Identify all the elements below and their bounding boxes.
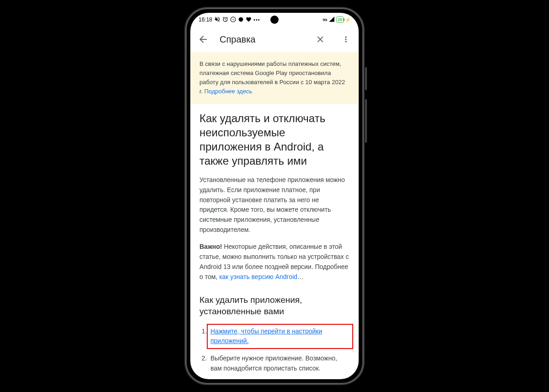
phone-side-button-1 [365,67,367,90]
alarm-icon [222,16,228,23]
svg-point-0 [231,17,236,22]
heart-icon [246,16,252,23]
para2-text-b: … [297,273,304,280]
battery-indicator: 29 [336,16,344,23]
notice-link[interactable]: Подробнее здесь [204,88,252,95]
battery-percent: 29 [338,17,342,22]
step-1: Нажмите, чтобы перейти в настройки прило… [209,324,350,349]
important-label: Важно! [199,243,222,250]
shazam-icon [238,16,244,23]
back-button[interactable] [194,30,212,48]
article-content[interactable]: Как удалять и отключать неиспользуемые п… [190,104,359,379]
section-title-1: Как удалить приложения, установленные ва… [199,295,350,317]
overflow-menu-button[interactable] [337,30,355,48]
article-paragraph-1: Установленные на телефоне приложения мож… [199,175,350,235]
camera-notch [270,16,279,24]
charging-icon: ⚡ [345,17,350,22]
android-version-link[interactable]: как узнать версию Android [219,273,297,280]
status-left: 16:18 ••• [199,16,260,23]
screen: 16:18 ••• [190,13,359,379]
close-button[interactable] [311,30,329,48]
status-time: 16:18 [199,16,212,23]
app-bar-title: Справка [220,34,304,45]
notice-banner: В связи с нарушениями работы платежных с… [190,52,359,104]
phone-side-button-2 [365,99,367,143]
step-2: Выберите нужное приложение. Возможно, ва… [209,354,350,373]
svg-point-1 [239,17,243,21]
article-paragraph-2: Важно! Некоторые действия, описанные в э… [199,242,350,282]
network-type: 5G [323,18,327,22]
phone-frame: 16:18 ••• [185,8,364,384]
mute-icon [214,16,221,23]
signal-icon [328,16,335,24]
article-title: Как удалять и отключать неиспользуемые п… [199,111,350,168]
highlight-annotation: Нажмите, чтобы перейти в настройки прило… [207,324,353,349]
app-bar: Справка [190,27,359,52]
more-icon: ••• [253,17,260,22]
status-right: 5G 29 ⚡ [323,16,350,24]
app-settings-link[interactable]: Нажмите, чтобы перейти в настройки прило… [210,328,322,345]
viber-icon [230,16,236,23]
steps-list: Нажмите, чтобы перейти в настройки прило… [199,324,350,374]
